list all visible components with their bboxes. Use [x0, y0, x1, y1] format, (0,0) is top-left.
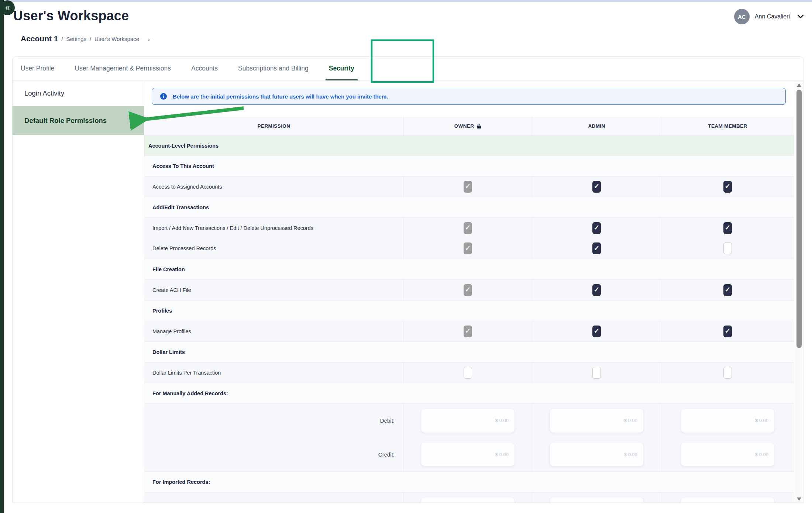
group-label: For Imported Records: — [144, 472, 794, 492]
group-label: Profiles — [144, 300, 794, 321]
admin-cell: ✓ — [532, 176, 661, 197]
money-row: Debit: — [144, 403, 794, 437]
owner-amount-input[interactable] — [421, 443, 515, 466]
permission-label: Debit: — [144, 492, 403, 503]
team-member-checkbox[interactable]: ✓ — [723, 284, 732, 296]
team-member-cell: ✓ — [661, 321, 794, 341]
team-member-cell: ✓ — [661, 218, 794, 238]
sidebar-collapse-button[interactable]: « — [0, 0, 15, 15]
check-icon: ✓ — [594, 327, 600, 334]
check-icon: ✓ — [594, 183, 600, 190]
section-label: Account-Level Permissions — [144, 136, 794, 155]
info-banner: i Below are the initial permissions that… — [152, 88, 786, 105]
permission-label: Import / Add New Transactions / Edit / D… — [144, 218, 403, 238]
tab-subscriptions-billing[interactable]: Subscriptions and Billing — [238, 57, 309, 80]
screen: User's Workspace AC Ann Cavalieri « Acco… — [0, 0, 812, 513]
tab-user-profile[interactable]: User Profile — [21, 57, 54, 80]
permission-row: Manage Profiles✓✓✓ — [144, 321, 794, 341]
sidebar-item-login-activity[interactable]: Login Activity — [13, 81, 144, 106]
permission-row: Delete Processed Records✓✓ — [144, 238, 794, 259]
column-header-team-member: TEAM MEMBER — [661, 117, 794, 135]
permission-label: Delete Processed Records — [144, 238, 403, 259]
admin-amount-input[interactable] — [550, 497, 643, 503]
check-icon: ✓ — [725, 327, 731, 334]
permissions-table: PERMISSION OWNER ADMIN TEAM MEMBER Accou… — [144, 117, 794, 503]
lock-icon — [476, 123, 481, 129]
tab-bar: User Profile User Management & Permissio… — [13, 57, 804, 80]
scroll-down-arrow[interactable] — [797, 497, 801, 501]
left-edge-bar — [0, 0, 4, 513]
settings-card: User Profile User Management & Permissio… — [12, 56, 804, 503]
team-member-checkbox[interactable]: ✓ — [723, 222, 732, 234]
group-label: Access To This Account — [144, 156, 794, 176]
breadcrumb-workspace[interactable]: User's Workspace — [94, 36, 139, 42]
team-member-amount-input[interactable] — [681, 409, 774, 433]
admin-checkbox[interactable]: ✓ — [592, 181, 601, 193]
group-row: For Imported Records: — [144, 471, 794, 492]
money-row: Credit: — [144, 437, 794, 471]
owner-amount-input[interactable] — [421, 409, 515, 433]
owner-cell — [403, 437, 532, 471]
check-icon: ✓ — [465, 183, 471, 190]
team-member-cell: ✓ — [661, 280, 794, 300]
avatar[interactable]: AC — [734, 9, 750, 24]
admin-cell — [532, 437, 661, 471]
team-member-cell — [661, 238, 794, 259]
admin-checkbox[interactable]: ✓ — [592, 222, 601, 234]
admin-checkbox[interactable]: ✓ — [592, 242, 601, 254]
admin-cell: ✓ — [532, 218, 661, 238]
permission-label: Credit: — [144, 437, 403, 471]
chevron-down-icon[interactable] — [797, 14, 804, 19]
admin-amount-input[interactable] — [550, 443, 643, 466]
admin-checkbox[interactable]: ✓ — [592, 326, 601, 337]
team-member-checkbox[interactable] — [723, 367, 732, 379]
check-icon: ✓ — [725, 224, 731, 231]
owner-cell: ✓ — [403, 176, 532, 197]
permission-row: Dollar Limits Per Transaction — [144, 362, 794, 383]
owner-cell — [403, 492, 532, 503]
scroll-up-arrow[interactable] — [797, 83, 801, 87]
user-menu[interactable]: AC Ann Cavalieri — [734, 9, 804, 24]
permission-label: Dollar Limits Per Transaction — [144, 362, 403, 383]
group-row: Add/Edit Transactions — [144, 197, 794, 217]
user-name: Ann Cavalieri — [755, 13, 790, 20]
team-member-cell — [661, 362, 794, 383]
breadcrumb-separator: / — [90, 36, 91, 42]
team-member-checkbox[interactable]: ✓ — [723, 181, 732, 193]
admin-cell — [532, 404, 661, 437]
sidebar-item-default-role-permissions[interactable]: Default Role Permissions — [13, 106, 144, 135]
check-icon: ✓ — [465, 224, 471, 231]
top-strip — [0, 0, 812, 2]
back-arrow-icon[interactable]: ← — [147, 34, 155, 44]
admin-checkbox[interactable] — [592, 367, 601, 379]
column-header-owner-label: OWNER — [454, 123, 474, 129]
admin-checkbox[interactable]: ✓ — [592, 284, 601, 296]
owner-cell: ✓ — [403, 218, 532, 238]
owner-checkbox: ✓ — [464, 326, 472, 337]
tab-accounts[interactable]: Accounts — [191, 57, 218, 80]
admin-amount-input[interactable] — [550, 409, 643, 433]
column-header-admin: ADMIN — [532, 117, 661, 135]
breadcrumb-separator: / — [62, 36, 63, 42]
vertical-scrollbar[interactable] — [795, 81, 803, 503]
team-member-amount-input[interactable] — [681, 497, 774, 503]
tab-security[interactable]: Security — [329, 57, 354, 80]
check-icon: ✓ — [594, 286, 600, 293]
team-member-checkbox[interactable] — [723, 242, 732, 254]
info-icon: i — [160, 93, 167, 100]
breadcrumb-account[interactable]: Account 1 — [21, 34, 58, 43]
team-member-cell: ✓ — [661, 176, 794, 197]
team-member-checkbox[interactable]: ✓ — [723, 326, 732, 337]
check-icon: ✓ — [594, 224, 600, 231]
owner-cell — [403, 362, 532, 383]
money-row: Debit: — [144, 492, 794, 503]
group-row: File Creation — [144, 259, 794, 279]
team-member-cell — [661, 404, 794, 437]
owner-checkbox[interactable] — [464, 367, 472, 379]
breadcrumb-settings[interactable]: Settings — [66, 36, 86, 42]
team-member-cell — [661, 437, 794, 471]
team-member-amount-input[interactable] — [681, 443, 774, 466]
scrollbar-thumb[interactable] — [796, 90, 802, 348]
owner-amount-input[interactable] — [421, 497, 515, 503]
tab-user-management-permissions[interactable]: User Management & Permissions — [75, 57, 171, 80]
